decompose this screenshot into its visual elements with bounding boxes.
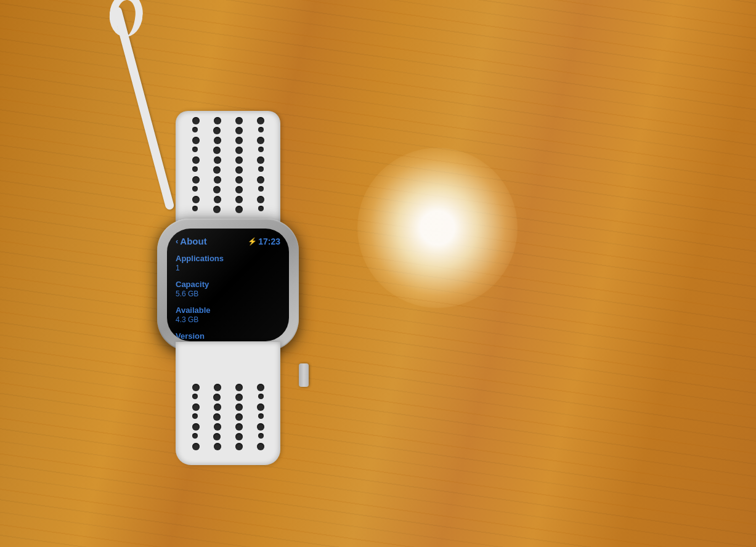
applications-value: 1 <box>176 264 280 272</box>
applications-label: Applications <box>176 254 280 263</box>
watch-screen: ‹ About ⚡ 17:23 Applications 1 Capacity … <box>167 229 289 341</box>
version-label: Version <box>176 331 280 341</box>
screen-top-bar: ‹ About ⚡ 17:23 <box>176 236 280 246</box>
info-section-applications: Applications 1 <box>176 254 280 277</box>
apple-watch: ‹ About ⚡ 17:23 Applications 1 Capacity … <box>111 111 345 456</box>
light-glare <box>357 148 518 308</box>
time-display: ⚡ 17:23 <box>248 237 280 246</box>
band-top <box>176 111 280 228</box>
band-holes-top <box>185 117 271 216</box>
info-section-available: Available 4.3 GB <box>176 306 280 329</box>
available-label: Available <box>176 306 280 315</box>
back-label: About <box>180 236 206 246</box>
info-section-capacity: Capacity 5.6 GB <box>176 280 280 303</box>
battery-charging-icon: ⚡ <box>248 237 257 246</box>
watch-body: ‹ About ⚡ 17:23 Applications 1 Capacity … <box>157 219 299 351</box>
available-value: 4.3 GB <box>176 315 280 324</box>
capacity-label: Capacity <box>176 280 280 289</box>
screen-content: ‹ About ⚡ 17:23 Applications 1 Capacity … <box>167 229 289 341</box>
current-time: 17:23 <box>258 237 280 246</box>
band-bottom <box>176 342 280 465</box>
back-button[interactable]: ‹ About <box>176 236 207 246</box>
chevron-left-icon: ‹ <box>176 237 178 246</box>
info-section-version: Version 4.3.2 (15U70) <box>176 331 280 341</box>
digital-crown[interactable] <box>299 363 309 387</box>
band-holes-bottom <box>185 384 271 453</box>
capacity-value: 5.6 GB <box>176 290 280 298</box>
